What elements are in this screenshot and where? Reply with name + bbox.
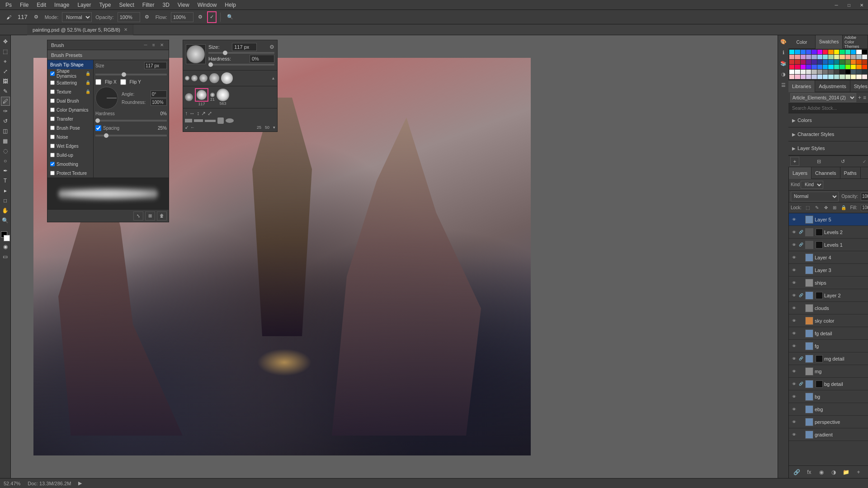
screen-mode-tool[interactable]: ▭ <box>1 252 10 261</box>
layer-visibility-toggle[interactable]: 👁 <box>791 216 797 223</box>
swatch-item[interactable] <box>851 50 856 54</box>
blend-mode-select[interactable]: Normal <box>791 192 839 202</box>
swatch-item[interactable] <box>811 60 816 64</box>
layer-visibility-toggle[interactable]: 👁 <box>791 406 797 413</box>
app-icon[interactable]: Ps <box>2 1 15 9</box>
swatch-item[interactable] <box>862 55 867 59</box>
swatch-item[interactable] <box>856 55 861 59</box>
text-tool[interactable]: T <box>1 176 10 185</box>
swatch-item[interactable] <box>862 70 867 74</box>
swatch-item[interactable] <box>823 65 828 69</box>
layer-item[interactable]: 👁fg🔒 <box>789 340 868 352</box>
menu-help[interactable]: Help <box>221 1 240 9</box>
hardness-panel-input[interactable] <box>250 55 274 63</box>
layer-item[interactable]: 👁🔗Layer 2 <box>789 289 868 302</box>
link-layers-button[interactable]: 🔗 <box>793 468 802 477</box>
swatch-item[interactable] <box>817 50 822 54</box>
scroll-up[interactable]: ▲ <box>271 76 275 80</box>
lock-move-button[interactable]: ✥ <box>823 205 829 211</box>
brush-pose-check[interactable] <box>50 126 55 130</box>
smoothing-check[interactable] <box>50 162 55 166</box>
layer-item[interactable]: 👁Layer 3 <box>789 264 868 277</box>
menu-3d[interactable]: 3D <box>159 1 173 9</box>
swatch-item[interactable] <box>817 55 822 59</box>
flip-y-check[interactable] <box>120 79 126 85</box>
swatch-item[interactable] <box>811 70 816 74</box>
layer-styles-header[interactable]: ▶ Layer Styles <box>792 143 864 153</box>
panel-minimize-button[interactable]: ─ <box>142 42 149 48</box>
lib-add-button[interactable]: + <box>858 94 861 101</box>
search-button[interactable]: 🔍 <box>224 11 236 23</box>
lib-dropdown[interactable]: Article_Elements_2014 (2) <box>790 93 856 102</box>
color-dynamics-check[interactable] <box>50 108 55 112</box>
add-mask-button[interactable]: ◉ <box>817 468 826 477</box>
swatch-item[interactable] <box>806 50 811 54</box>
delete-brush-button[interactable]: 🗑 <box>157 211 167 221</box>
swatch-item[interactable] <box>801 75 806 79</box>
layer-item[interactable]: 👁ebg <box>789 403 868 416</box>
swatch-item[interactable] <box>811 50 816 54</box>
flow-settings[interactable]: ⚙ <box>195 11 205 23</box>
texture-check[interactable] <box>50 89 55 94</box>
layer-visibility-toggle[interactable]: 👁 <box>791 356 797 362</box>
menu-file[interactable]: File <box>16 1 32 9</box>
protect-texture-item[interactable]: Protect Texture <box>47 169 93 178</box>
angle-circle[interactable] <box>95 87 118 109</box>
swatch-item[interactable] <box>845 50 850 54</box>
swatch-item[interactable] <box>801 70 806 74</box>
swatch-item[interactable] <box>851 65 856 69</box>
swatch-item[interactable] <box>817 65 822 69</box>
menu-view[interactable]: View <box>174 1 193 9</box>
brush-item-9[interactable] <box>217 89 229 101</box>
color-dynamics-item[interactable]: Color Dynamics <box>47 105 93 114</box>
layer-item[interactable]: 👁perspective <box>789 416 868 428</box>
layer-item[interactable]: 👁🔗Levels 2 <box>789 226 868 239</box>
hand-tool[interactable]: ✋ <box>1 206 10 215</box>
spot-healing-tool[interactable]: ✎ <box>1 87 10 96</box>
noise-check[interactable] <box>50 135 55 139</box>
swatch-item[interactable] <box>817 60 822 64</box>
brush-presets-button[interactable]: Brush Presets <box>47 50 169 60</box>
down-arrow-icon[interactable]: ▾ <box>273 125 275 130</box>
lock-all-button[interactable]: 🔒 <box>841 205 846 211</box>
swatch-item[interactable] <box>856 60 861 64</box>
brush-item-5[interactable] <box>221 72 233 84</box>
layer-visibility-toggle[interactable]: 👁 <box>791 381 797 387</box>
lib-search-input[interactable] <box>788 103 868 113</box>
brush-item-8[interactable] <box>210 93 215 97</box>
brush-item-2[interactable] <box>191 75 198 81</box>
layer-visibility-toggle[interactable]: 👁 <box>791 292 797 299</box>
swatch-item[interactable] <box>851 75 856 79</box>
swatch-item[interactable] <box>789 50 794 54</box>
smoothing-item[interactable]: Smoothing <box>47 160 93 169</box>
layer-visibility-toggle[interactable]: 👁 <box>791 280 797 286</box>
layer-item[interactable]: 👁sky color <box>789 314 868 327</box>
swatch-item[interactable] <box>856 65 861 69</box>
spacing-range[interactable] <box>95 135 167 136</box>
lasso-tool[interactable]: ⌖ <box>1 57 10 66</box>
brush-arrow-1[interactable]: ↑ <box>185 110 188 117</box>
flip-x-check[interactable] <box>95 79 101 85</box>
layer-item[interactable]: 👁fg detail <box>789 327 868 340</box>
adjustments-tab[interactable]: Adjustments <box>815 80 850 92</box>
layer-visibility-toggle[interactable]: 👁 <box>791 229 797 235</box>
swatch-item[interactable] <box>806 60 811 64</box>
swatch-item[interactable] <box>789 75 794 79</box>
swatch-item[interactable] <box>840 60 844 64</box>
swatch-item[interactable] <box>834 50 839 54</box>
layer-visibility-toggle[interactable]: 👁 <box>791 343 797 349</box>
flow-input[interactable] <box>171 12 193 22</box>
layers-panel-icon[interactable]: ☰ <box>779 80 788 89</box>
brush-item-1[interactable] <box>185 76 189 80</box>
transfer-item[interactable]: Transfer <box>47 114 93 123</box>
minimize-button[interactable]: ─ <box>830 0 843 10</box>
scattering-check[interactable] <box>50 80 55 85</box>
swatch-item[interactable] <box>856 70 861 74</box>
paths-tab[interactable]: Paths <box>840 167 861 179</box>
scattering-item[interactable]: Scattering 🔒 <box>47 78 93 87</box>
swatch-item[interactable] <box>806 75 811 79</box>
tab-close-button[interactable]: ✕ <box>124 27 127 32</box>
adjustments-panel-icon[interactable]: ◑ <box>779 70 788 79</box>
swatch-item[interactable] <box>851 70 856 74</box>
libraries-panel-icon[interactable]: 📚 <box>779 59 788 68</box>
